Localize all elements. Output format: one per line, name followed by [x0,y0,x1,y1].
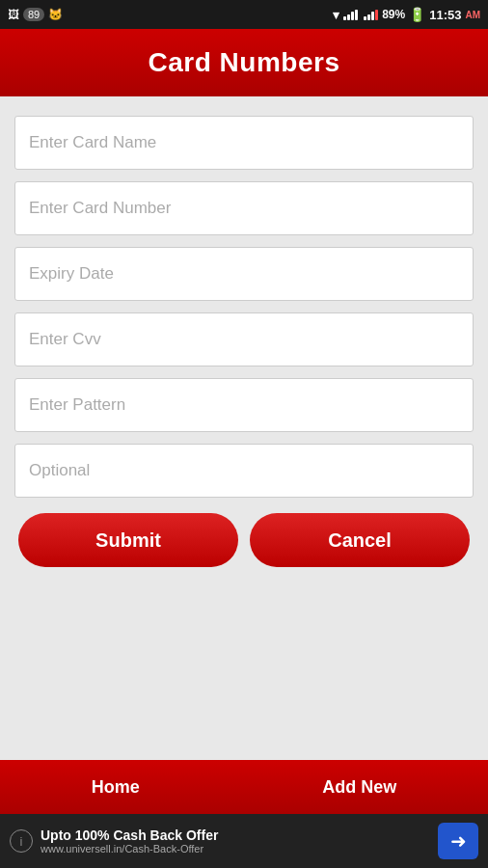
notification-badge: 89 [23,8,44,21]
expiry-date-input[interactable] [14,247,474,301]
status-right-info: ▾ 89% 🔋 11:53 AM [333,7,480,22]
cat-icon: 🐱 [48,8,63,21]
app-header: Card Numbers [0,29,488,96]
cvv-input[interactable] [14,312,474,366]
ad-arrow-button[interactable]: ➜ [438,823,478,859]
ad-text-container: Upto 100% Cash Back Offer www.universell… [41,827,430,854]
battery-percent: 89% [382,8,405,21]
signal-bars-2 [364,9,378,20]
bottom-nav: Home Add New [0,760,488,814]
card-number-input[interactable] [14,181,474,235]
pattern-input[interactable] [14,378,474,432]
wifi-icon: ▾ [333,8,339,22]
nav-home[interactable]: Home [63,768,169,807]
status-left-icons: 🖼 89 🐱 [8,8,63,21]
nav-add-new[interactable]: Add New [293,768,425,807]
status-bar: 🖼 89 🐱 ▾ 89% 🔋 11:53 AM [0,0,488,29]
signal-bars-1 [343,9,358,20]
submit-button[interactable]: Submit [18,513,238,567]
status-time: 11:53 [429,8,461,22]
action-buttons: Submit Cancel [14,513,474,567]
screenshot-icon: 🖼 [8,8,19,21]
ad-banner: i Upto 100% Cash Back Offer www.universe… [0,814,488,868]
ad-url: www.universell.in/Cash-Back-Offer [41,843,430,854]
page-title: Card Numbers [149,47,340,78]
optional-input[interactable] [14,444,474,498]
ad-title: Upto 100% Cash Back Offer [41,827,430,843]
status-ampm: AM [465,10,480,20]
card-name-input[interactable] [14,116,474,170]
arrow-right-icon: ➜ [450,829,467,853]
main-content: Submit Cancel [0,96,488,586]
battery-icon: 🔋 [409,7,425,22]
cancel-button[interactable]: Cancel [250,513,470,567]
ad-info-icon: i [10,829,33,853]
